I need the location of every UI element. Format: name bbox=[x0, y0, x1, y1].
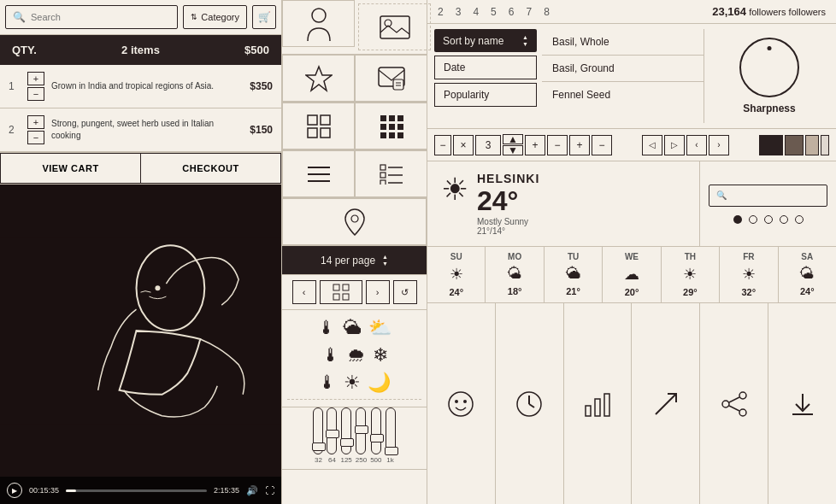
nav-right-double[interactable]: ▷ bbox=[664, 135, 685, 155]
checkout-button[interactable]: CHECKOUT bbox=[140, 153, 281, 184]
person-icon-cell[interactable] bbox=[282, 0, 355, 47]
weather-search-row: ☀ HELSINKI 24° Mostly Sunny 21°/14° 🔍 bbox=[427, 161, 836, 247]
bottom-icon-download[interactable] bbox=[768, 303, 836, 504]
view-cart-button[interactable]: VIEW CART bbox=[0, 153, 140, 184]
volume-icon[interactable]: 🔊 bbox=[246, 485, 258, 496]
search-input[interactable]: 🔍 bbox=[5, 5, 178, 29]
refresh-button[interactable]: ↺ bbox=[393, 280, 417, 304]
sort-select[interactable]: Sort by name ▲ ▼ bbox=[434, 29, 537, 52]
num-2: 2 bbox=[438, 6, 444, 18]
divider-dashed bbox=[287, 399, 421, 400]
prev-page-button[interactable]: ‹ bbox=[292, 280, 316, 304]
search-field[interactable] bbox=[31, 12, 82, 22]
increase-qty-1[interactable]: + bbox=[27, 72, 44, 85]
dot-3[interactable] bbox=[764, 215, 773, 224]
image-icon-cell[interactable] bbox=[358, 3, 431, 50]
color-block-dark[interactable] bbox=[759, 135, 783, 155]
minus-button-1[interactable]: − bbox=[434, 135, 451, 155]
plus-button-2[interactable]: + bbox=[569, 135, 590, 155]
location-icon-cell[interactable] bbox=[282, 198, 427, 245]
eq-track-32[interactable] bbox=[313, 407, 323, 454]
eq-track-64[interactable] bbox=[327, 407, 337, 454]
herb-name-3: Fennel Seed bbox=[552, 89, 610, 101]
eq-track-125[interactable] bbox=[341, 407, 351, 454]
per-page-row: 14 per page ▲ ▼ bbox=[282, 246, 427, 275]
herbs-list: Basil, Whole Basil, Ground Fennel Seed bbox=[542, 29, 704, 123]
message-icon-cell[interactable] bbox=[355, 55, 427, 102]
item-desc-1: Grown in India and tropical regions of A… bbox=[51, 80, 243, 92]
bottom-icon-face[interactable] bbox=[427, 303, 496, 504]
eq-bar-1k: 1k bbox=[386, 407, 396, 464]
color-block-medium[interactable] bbox=[785, 135, 804, 155]
dot-1-active[interactable] bbox=[733, 215, 742, 224]
followers-label: followers bbox=[749, 7, 786, 17]
eq-track-250[interactable] bbox=[356, 407, 366, 454]
compact-grid-icon-cell[interactable] bbox=[355, 103, 427, 149]
dot-4[interactable] bbox=[780, 215, 788, 224]
progress-bar[interactable] bbox=[66, 489, 207, 492]
dot-2[interactable] bbox=[749, 215, 757, 224]
star-icon-cell[interactable] bbox=[282, 55, 355, 102]
next-page-button[interactable]: › bbox=[366, 280, 390, 304]
day-col-mo: MO 🌤 18° bbox=[486, 247, 544, 302]
date-filter[interactable]: Date bbox=[434, 56, 537, 79]
nav-left[interactable]: ‹ bbox=[686, 135, 707, 155]
herb-item-1[interactable]: Basil, Whole bbox=[542, 29, 704, 56]
bottom-icon-arrow[interactable] bbox=[632, 303, 700, 504]
fullscreen-icon[interactable]: ⛶ bbox=[265, 485, 274, 495]
decrease-qty-2[interactable]: − bbox=[27, 131, 44, 144]
weather-icons-row-3: 🌡 ☀ 🌙 bbox=[287, 372, 421, 394]
location-icon bbox=[344, 208, 365, 236]
day-icon-fr: ☀ bbox=[742, 265, 756, 284]
popularity-filter[interactable]: Popularity bbox=[434, 83, 537, 107]
day-col-th: TH ☀ 29° bbox=[662, 247, 720, 302]
bottom-icon-chart[interactable] bbox=[564, 303, 633, 504]
svg-rect-23 bbox=[397, 132, 403, 138]
cross-button[interactable]: × bbox=[453, 135, 474, 155]
cart-button[interactable]: 🛒 bbox=[252, 5, 276, 29]
detail-list-icon-cell[interactable] bbox=[355, 150, 427, 197]
followers-label-text: followers bbox=[789, 7, 826, 17]
num-up-arrow[interactable]: ▲ bbox=[503, 134, 523, 144]
arrow-icon bbox=[652, 390, 680, 418]
minus-button-3[interactable]: − bbox=[592, 135, 612, 155]
eq-track-500[interactable] bbox=[371, 407, 381, 454]
weather-icons-row-2: 🌡 🌧 ❄ bbox=[287, 344, 421, 366]
herb-item-2[interactable]: Basil, Ground bbox=[542, 56, 704, 82]
eq-thumb-500 bbox=[370, 434, 384, 442]
increase-qty-2[interactable]: + bbox=[27, 115, 44, 129]
mini-search-input[interactable]: 🔍 bbox=[709, 185, 827, 207]
face-icon bbox=[447, 390, 474, 418]
category-button[interactable]: ⇅ Category bbox=[183, 5, 247, 29]
weather-widget: ☀ HELSINKI 24° Mostly Sunny 21°/14° bbox=[427, 161, 699, 246]
sharpness-knob[interactable] bbox=[739, 38, 799, 97]
share-icon bbox=[721, 390, 748, 418]
herb-item-3[interactable]: Fennel Seed bbox=[542, 82, 704, 108]
items-count: 2 items bbox=[121, 44, 160, 56]
left-ctrl-group: − × 3 ▲ ▼ + − + − bbox=[434, 134, 612, 155]
num-down-arrow[interactable]: ▼ bbox=[503, 145, 523, 155]
bottom-icon-clock[interactable] bbox=[496, 303, 564, 504]
eq-track-1k[interactable] bbox=[386, 407, 396, 454]
grid-nav-button[interactable] bbox=[320, 280, 362, 304]
nav-left-double[interactable]: ◁ bbox=[642, 135, 662, 155]
knob-section: Sharpness bbox=[709, 29, 829, 123]
minus-button-2[interactable]: − bbox=[547, 135, 568, 155]
decrease-qty-1[interactable]: − bbox=[27, 87, 44, 101]
bottom-icon-share[interactable] bbox=[700, 303, 768, 504]
list-view-icon-cell[interactable] bbox=[282, 150, 355, 197]
play-button[interactable]: ▶ bbox=[7, 483, 22, 498]
dot-5[interactable] bbox=[795, 215, 804, 224]
color-block-light[interactable] bbox=[805, 135, 819, 155]
color-block-lighter[interactable] bbox=[821, 135, 829, 155]
weather-info: HELSINKI 24° Mostly Sunny 21°/14° bbox=[477, 172, 539, 236]
svg-rect-15 bbox=[380, 115, 386, 121]
per-page-arrows[interactable]: ▲ ▼ bbox=[382, 254, 388, 267]
number-display: 3 bbox=[475, 135, 501, 155]
plus-button-1[interactable]: + bbox=[525, 135, 545, 155]
day-label-mo: MO bbox=[508, 252, 521, 261]
svg-point-49 bbox=[739, 409, 746, 416]
svg-point-2 bbox=[155, 285, 160, 290]
grid-view-icon-cell[interactable] bbox=[282, 103, 355, 149]
nav-right[interactable]: › bbox=[709, 135, 729, 155]
